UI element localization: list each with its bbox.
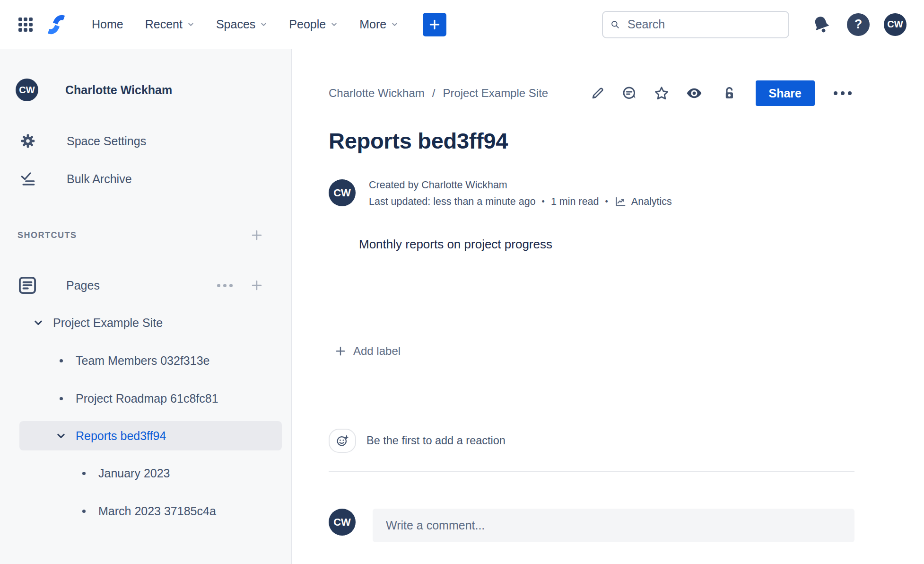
notifications-button[interactable]: [810, 13, 833, 36]
tree-item-team-members[interactable]: Team Members 032f313e: [0, 345, 291, 376]
breadcrumb: Charlotte Wickham / Project Example Site: [329, 87, 548, 100]
plus-icon: [250, 278, 264, 292]
reactions-section: Be the first to add a reaction: [329, 429, 854, 453]
page-actions: Share: [590, 80, 854, 106]
breadcrumb-separator: /: [432, 87, 436, 100]
comment-bubble-icon: [621, 85, 637, 101]
analytics-label: Analytics: [631, 196, 672, 208]
confluence-logo-icon[interactable]: [44, 13, 68, 36]
watch-button[interactable]: [686, 85, 703, 102]
nav-people[interactable]: People: [289, 18, 338, 31]
tree-item-project-example-site[interactable]: Project Example Site: [0, 308, 291, 338]
page-title: Reports bed3ff94: [329, 128, 854, 154]
author-avatar[interactable]: CW: [329, 179, 356, 206]
primary-nav: Home Recent Spaces People More: [92, 18, 398, 31]
commenter-avatar-initials: CW: [333, 516, 351, 529]
share-button[interactable]: Share: [756, 80, 815, 106]
app-switcher-icon[interactable]: [16, 15, 35, 34]
space-avatar: CW: [16, 79, 38, 101]
bulk-archive-icon: [19, 171, 36, 187]
sidebar-item-bulk-archive[interactable]: Bulk Archive: [0, 167, 291, 191]
create-button[interactable]: [423, 13, 446, 36]
pages-label[interactable]: Pages: [66, 279, 100, 292]
help-button[interactable]: ?: [847, 13, 870, 36]
breadcrumb-space-owner[interactable]: Charlotte Wickham: [329, 87, 425, 100]
add-page-button[interactable]: [249, 277, 265, 293]
page-body-text: Monthly reports on project progress: [359, 237, 854, 252]
space-profile[interactable]: CW Charlotte Wickham: [0, 49, 291, 101]
shortcuts-section-header: SHORTCUTS: [0, 227, 291, 243]
pencil-icon: [590, 86, 605, 101]
chevron-down-icon[interactable]: [32, 317, 44, 328]
tree-item-january-2023[interactable]: January 2023: [0, 458, 291, 488]
tree-item-project-roadmap[interactable]: Project Roadmap 61c8fc81: [0, 383, 291, 414]
bullet-icon: [78, 472, 90, 475]
tree-item-reports-selected[interactable]: Reports bed3ff94: [19, 421, 282, 450]
add-reaction-button[interactable]: [329, 429, 356, 453]
created-by-text: Created by Charlotte Wickham: [369, 179, 672, 191]
bullet-icon: [55, 397, 67, 400]
edit-button[interactable]: [590, 86, 605, 101]
topbar-right-group: ? CW: [602, 11, 907, 38]
space-menu: Space Settings Bulk Archive: [0, 129, 291, 191]
tree-item-label: Project Example Site: [53, 316, 163, 330]
restrictions-button[interactable]: [722, 86, 737, 101]
chevron-down-icon: [331, 21, 338, 28]
add-shortcut-button[interactable]: [249, 227, 265, 243]
smiley-plus-icon: [335, 434, 349, 448]
tree-item-label: Project Roadmap 61c8fc81: [76, 392, 218, 405]
page-header: Charlotte Wickham / Project Example Site: [329, 80, 854, 106]
byline-meta: Last updated: less than a minute ago • 1…: [369, 195, 672, 208]
add-label-text: Add label: [353, 344, 401, 358]
plus-icon: [334, 345, 347, 357]
favourite-button[interactable]: [654, 85, 670, 101]
nav-spaces[interactable]: Spaces: [216, 18, 267, 31]
byline: CW Created by Charlotte Wickham Last upd…: [329, 179, 854, 208]
commenter-avatar: CW: [329, 509, 356, 536]
search-input[interactable]: [627, 17, 781, 32]
breadcrumb-space[interactable]: Project Example Site: [443, 87, 548, 100]
author-avatar-initials: CW: [333, 187, 351, 199]
space-name: Charlotte Wickham: [65, 83, 172, 97]
chevron-down-icon: [260, 21, 267, 28]
add-label-button[interactable]: Add label: [334, 344, 854, 358]
comment-input[interactable]: [385, 518, 842, 533]
pages-more-button[interactable]: [215, 282, 235, 289]
sidebar-item-space-settings[interactable]: Space Settings: [0, 129, 291, 153]
bullet-icon: [78, 510, 90, 513]
unlock-icon: [722, 86, 737, 101]
nav-recent[interactable]: Recent: [145, 18, 194, 31]
tree-item-label: Team Members 032f313e: [76, 354, 209, 368]
bell-icon: [809, 12, 834, 37]
tree-item-march-2023[interactable]: March 2023 37185c4a: [0, 496, 291, 526]
tree-item-label: Reports bed3ff94: [76, 429, 166, 443]
last-updated-text[interactable]: Last updated: less than a minute ago: [369, 196, 536, 208]
comments-button[interactable]: [621, 85, 637, 101]
nav-home[interactable]: Home: [92, 18, 123, 31]
nav-people-label: People: [289, 18, 326, 31]
comment-input-box[interactable]: [373, 509, 854, 542]
page-content: Charlotte Wickham / Project Example Site: [292, 49, 924, 564]
user-avatar[interactable]: CW: [884, 13, 907, 36]
gear-icon: [19, 133, 36, 149]
analytics-link[interactable]: Analytics: [614, 195, 672, 208]
global-search[interactable]: [602, 11, 789, 38]
dot-separator: •: [605, 197, 608, 207]
nav-home-label: Home: [92, 18, 123, 31]
pages-icon: [17, 274, 38, 296]
tree-item-label: March 2023 37185c4a: [98, 504, 216, 518]
nav-spaces-label: Spaces: [216, 18, 255, 31]
eye-icon: [686, 85, 703, 102]
plus-icon: [250, 228, 264, 242]
search-icon: [610, 18, 620, 31]
question-mark-icon: ?: [854, 17, 863, 32]
page-more-button[interactable]: [831, 88, 854, 98]
grid-icon: [16, 15, 35, 34]
nav-more[interactable]: More: [359, 18, 398, 31]
comment-composer: CW: [329, 509, 854, 542]
chevron-down-icon[interactable]: [55, 431, 67, 441]
shortcuts-label: SHORTCUTS: [17, 230, 77, 240]
chevron-down-icon: [391, 21, 398, 28]
nav-more-label: More: [359, 18, 386, 31]
page-tree: Project Example Site Team Members 032f31…: [0, 308, 291, 526]
